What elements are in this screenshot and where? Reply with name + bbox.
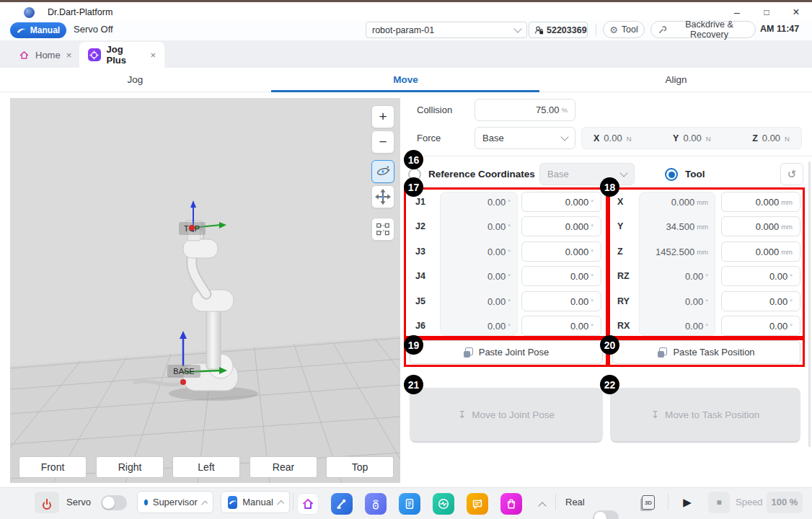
joint-target-input[interactable]: 0.00° xyxy=(521,291,601,311)
app-doc-icon[interactable] xyxy=(399,493,420,515)
paste-joint-pose-label: Paste Joint Pose xyxy=(479,347,550,358)
real-toggle-knob xyxy=(594,512,606,519)
real-toggle-label: Real xyxy=(565,492,585,513)
orbit-tool-button[interactable] xyxy=(371,160,394,183)
backdrive-recovery-button[interactable]: Backdrive & Recovery xyxy=(650,21,756,38)
task-target-input[interactable]: 0.000mm xyxy=(721,241,800,262)
move-to-joint-pose-button[interactable]: ↧ Move to Joint Pose xyxy=(410,388,603,441)
pan-tool-button[interactable] xyxy=(371,185,394,208)
app-jog-icon[interactable] xyxy=(331,493,353,515)
app-remote-icon[interactable] xyxy=(365,493,387,515)
robot-param-select[interactable]: robot-param-01 xyxy=(366,22,527,38)
joint-target-input[interactable]: 0.00° xyxy=(521,266,601,286)
view-left-button[interactable]: Left xyxy=(172,456,240,478)
collision-input[interactable]: 75.00 % xyxy=(475,99,575,121)
tab-home[interactable]: Home × xyxy=(10,42,78,68)
tool-button[interactable]: ⚙ Tool xyxy=(603,21,645,38)
zoom-out-button[interactable]: − xyxy=(371,130,394,154)
view-rear-button[interactable]: Rear xyxy=(250,456,317,478)
title-bar: Dr.Dart-Platform – □ × xyxy=(0,2,812,20)
3d-view-icon: 3D xyxy=(642,495,655,510)
robot-serial-box[interactable]: 52203369 xyxy=(529,22,588,38)
task-target-input[interactable]: 0.00° xyxy=(721,291,800,311)
app-chat-icon[interactable] xyxy=(467,493,488,515)
joint-target-input[interactable]: 0.000° xyxy=(521,216,601,236)
stop-button[interactable]: ■ xyxy=(708,492,730,513)
simulation-3d-button[interactable]: 3D xyxy=(637,492,659,513)
paste-joint-pose-button[interactable]: Paste Joint Pose xyxy=(410,340,603,364)
annotation-badge-16: 16 xyxy=(404,150,423,169)
zoom-in-button[interactable]: + xyxy=(371,105,394,128)
subtab-align[interactable]: Align xyxy=(541,68,811,92)
servo-status-text: Servo Off xyxy=(74,24,113,35)
joint-current-value: 0.00° xyxy=(440,192,518,212)
gear-icon: ⚙ xyxy=(609,25,618,35)
chevron-down-icon xyxy=(619,169,627,177)
force-readout: X0.00N Y0.00N Z0.00N xyxy=(581,127,802,149)
reference-base-select[interactable]: Base xyxy=(539,163,635,185)
speed-value[interactable]: 100 % xyxy=(767,492,803,513)
play-button[interactable]: ▶ xyxy=(676,492,698,513)
joint-target-input[interactable]: 0.000° xyxy=(521,241,601,262)
joint-target-input[interactable]: 0.000° xyxy=(521,192,601,212)
paste-task-position-label: Paste Task Position xyxy=(673,347,754,358)
app-monitor-icon[interactable] xyxy=(433,493,454,515)
reset-button[interactable]: ↺ xyxy=(780,163,803,185)
backdrive-button-label: Backdrive & Recovery xyxy=(671,19,748,40)
maximize-button[interactable]: □ xyxy=(754,4,779,21)
measure-tool-button[interactable] xyxy=(371,218,394,241)
force-x-axis: X xyxy=(593,133,599,143)
role-select[interactable]: Supervisor xyxy=(137,491,213,513)
wrench-icon xyxy=(658,25,667,34)
task-current-value: 0.00° xyxy=(639,291,715,311)
tool-radio[interactable] xyxy=(665,168,678,181)
app-home-icon[interactable] xyxy=(297,493,319,515)
task-target-input[interactable]: 0.00° xyxy=(721,316,800,336)
task-current-value: 1452.500mm xyxy=(639,241,715,262)
panel-divider xyxy=(406,156,812,156)
panel-scrollbar[interactable] xyxy=(808,161,811,447)
force-frame-value: Base xyxy=(482,133,562,143)
manual-mode-button[interactable]: Manual xyxy=(10,22,66,38)
servo-toggle-knob xyxy=(102,497,115,509)
tab-jog-plus[interactable]: Jog Plus × xyxy=(79,42,164,68)
task-target-input[interactable]: 0.00° xyxy=(721,266,800,286)
power-button[interactable] xyxy=(35,492,59,513)
view-right-button[interactable]: Right xyxy=(96,456,164,478)
mode-select[interactable]: Manual xyxy=(221,491,290,513)
manual-mode-icon xyxy=(228,496,237,509)
paste-icon xyxy=(658,347,667,358)
tab-jog-plus-close-icon[interactable]: × xyxy=(150,50,156,61)
servo-toggle[interactable] xyxy=(101,495,127,510)
task-target-input[interactable]: 0.000mm xyxy=(721,192,800,212)
tool-button-label: Tool xyxy=(622,25,638,35)
tab-home-label: Home xyxy=(35,50,61,61)
force-frame-select[interactable]: Base xyxy=(475,127,575,149)
paste-task-position-button[interactable]: Paste Task Position xyxy=(612,340,800,364)
real-toggle[interactable] xyxy=(593,510,619,519)
subtab-move-underline xyxy=(271,90,539,92)
chevron-up-icon xyxy=(201,500,208,507)
joint-label: J1 xyxy=(415,192,425,212)
force-y-axis: Y xyxy=(673,133,679,143)
reference-coordinates-radio[interactable] xyxy=(408,168,421,181)
reference-base-value: Base xyxy=(547,169,621,179)
subtab-jog[interactable]: Jog xyxy=(0,68,270,92)
task-target-input[interactable]: 0.000mm xyxy=(721,216,800,236)
joint-current-panel xyxy=(440,192,518,336)
move-to-task-position-button[interactable]: ↧ Move to Task Position xyxy=(610,388,800,441)
subtab-move[interactable]: Move xyxy=(270,68,541,92)
view-front-button[interactable]: Front xyxy=(19,456,87,478)
task-label: X xyxy=(617,192,623,212)
joint-target-input[interactable]: 0.00° xyxy=(521,316,601,336)
chevron-up-icon xyxy=(277,500,284,507)
robot-3d-viewport[interactable]: TCP BASE xyxy=(10,98,400,483)
app-store-icon[interactable] xyxy=(500,493,522,515)
robot-serial-value: 52203369 xyxy=(547,25,587,35)
tab-home-close-icon[interactable]: × xyxy=(66,50,72,61)
view-top-button[interactable]: Top xyxy=(326,456,394,478)
task-current-value: 34.500mm xyxy=(639,216,715,236)
close-button[interactable]: × xyxy=(784,4,808,21)
minimize-button[interactable]: – xyxy=(725,4,749,21)
task-label: RX xyxy=(617,316,630,336)
